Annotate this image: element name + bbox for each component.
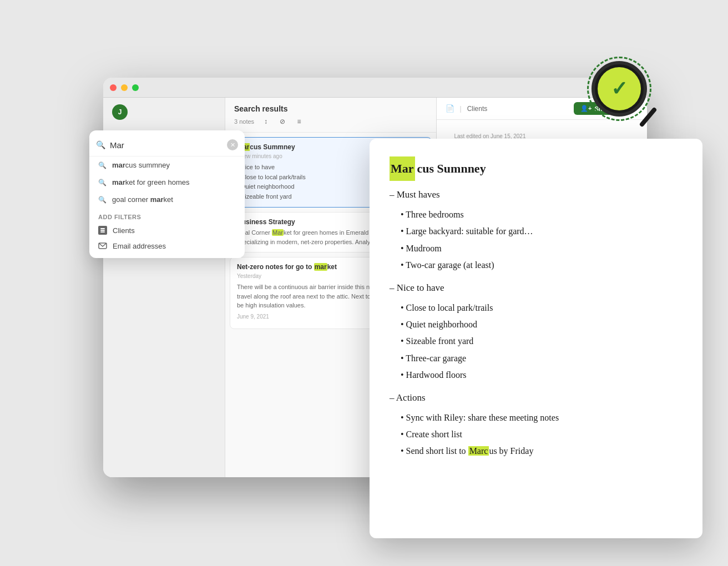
suggestion-goal-corner-market[interactable]: 🔍 goal corner market — [89, 191, 245, 208]
hw-name-highlight: Mar — [390, 156, 415, 181]
suggestion-search-icon-2: 🔍 — [98, 179, 107, 186]
email-filter-label: Email addresses — [113, 242, 166, 250]
results-count: 3 notes — [234, 118, 254, 125]
hw-bullet-send: Send short list to Marcus by Friday — [390, 443, 683, 459]
hw-bullet-three-car: Three-car garage — [390, 350, 683, 367]
view-icon[interactable]: ≡ — [293, 115, 305, 128]
hw-section-must-haves: – Must haves — [390, 185, 683, 204]
search-icon: 🔍 — [96, 140, 105, 149]
filter-email-addresses[interactable]: Email addresses — [89, 238, 245, 254]
window-chrome — [103, 78, 647, 98]
note-icon: 📄 — [446, 104, 454, 113]
checkmark-icon: ✓ — [611, 77, 628, 100]
breadcrumb: 📄 | Clients — [446, 104, 569, 113]
clients-filter-icon — [98, 226, 107, 235]
search-results-title: Search results — [234, 104, 427, 113]
close-window-button[interactable] — [110, 84, 117, 91]
magnifier-circle: ✓ — [592, 61, 647, 117]
handwritten-note: Marcus Sumnney – Must haves Three bedroo… — [370, 139, 702, 538]
handwritten-content: Marcus Sumnney – Must haves Three bedroo… — [390, 156, 683, 460]
clear-search-button[interactable]: ✕ — [227, 139, 238, 150]
sort-icon[interactable]: ↕ — [260, 115, 272, 128]
filter-icon[interactable]: ⊘ — [276, 115, 289, 128]
search-results-header: Search results 3 notes ↕ ⊘ ≡ — [225, 98, 436, 133]
svg-rect-2 — [100, 231, 105, 233]
suggestion-market-green-homes[interactable]: 🔍 market for green homes — [89, 174, 245, 191]
svg-rect-0 — [100, 228, 105, 229]
hw-bullet-shortlist: Create short list — [390, 426, 683, 443]
magnifier-icon: ✓ — [592, 61, 664, 133]
hw-bullet-neighborhood: Quiet neighborhood — [390, 316, 683, 333]
hw-bullet-mudroom: Mudroom — [390, 240, 683, 257]
hw-bullet-floors: Hardwood floors — [390, 367, 683, 383]
suggestion-marcus-summney[interactable]: 🔍 marcus summney — [89, 156, 245, 174]
suggestion-search-icon-3: 🔍 — [98, 196, 107, 204]
search-input[interactable] — [110, 140, 223, 150]
share-icon: 👤+ — [580, 105, 592, 112]
hw-bullet-sync: Sync with Riley: share these meeting not… — [390, 410, 683, 426]
minimize-window-button[interactable] — [121, 84, 128, 91]
hw-bullet-front-yard: Sizeable front yard — [390, 333, 683, 350]
hw-bullet-garage: Two-car garage (at least) — [390, 257, 683, 274]
hw-section-nice-to-have: – Nice to have — [390, 279, 683, 297]
avatar: J — [112, 104, 128, 120]
email-filter-icon — [98, 241, 107, 250]
suggestion-text-3: goal corner market — [112, 195, 173, 204]
hw-bullet-backyard: Large backyard: suitable for gard… — [390, 223, 683, 240]
suggestion-search-icon-1: 🔍 — [98, 161, 107, 169]
maximize-window-button[interactable] — [132, 84, 139, 91]
breadcrumb-separator: | — [460, 105, 462, 113]
hw-bullet-park: Close to local park/trails — [390, 300, 683, 316]
hw-bullet-bedrooms: Three bedrooms — [390, 206, 683, 223]
search-results-meta: 3 notes ↕ ⊘ ≡ — [234, 115, 427, 128]
search-autocomplete-dropdown: 🔍 ✕ 🔍 marcus summney 🔍 market for green … — [89, 130, 245, 258]
add-filters-label: Add filters — [89, 208, 245, 223]
sidebar-header: J — [103, 98, 225, 127]
hw-action-highlight: Marc — [468, 446, 489, 456]
filter-clients[interactable]: Clients — [89, 223, 245, 238]
clients-filter-label: Clients — [113, 226, 135, 235]
search-input-row: 🔍 ✕ — [89, 135, 245, 156]
hw-section-actions: – Actions — [390, 388, 683, 407]
suggestion-text-2: market for green homes — [112, 178, 189, 186]
svg-rect-1 — [100, 230, 105, 231]
breadcrumb-label: Clients — [467, 105, 488, 113]
hw-client-name: Marcus Sumnney — [390, 156, 683, 181]
suggestion-text-1: marcus summney — [112, 161, 170, 169]
magnifier-inner: ✓ — [598, 67, 641, 110]
